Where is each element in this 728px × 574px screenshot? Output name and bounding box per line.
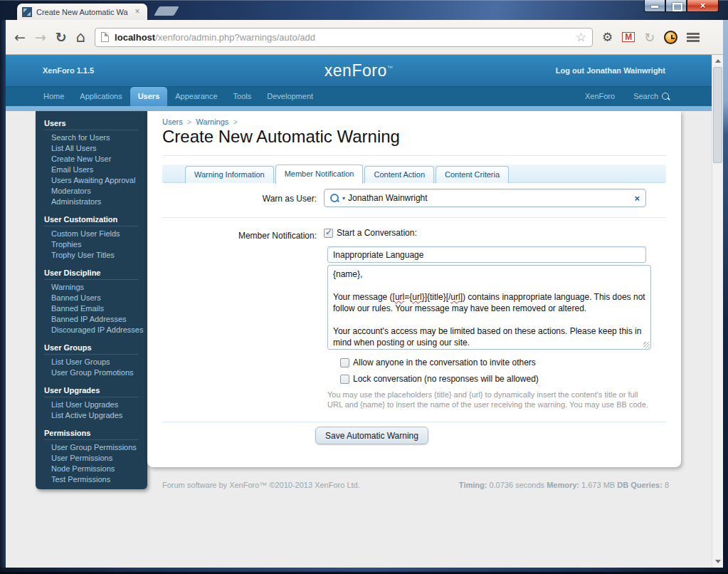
- sidebar-item-user-group-promotions[interactable]: User Group Promotions: [36, 367, 147, 378]
- tab-member-notification[interactable]: Member Notification: [275, 165, 364, 184]
- content-card: Users > Warnings > Create New Automatic …: [147, 111, 681, 467]
- sidebar-item-create-new-user[interactable]: Create New User: [36, 154, 147, 165]
- chevron-down-icon[interactable]: [342, 195, 345, 202]
- start-conversation-label: Start a Conversation:: [337, 228, 417, 238]
- warn-as-user-field[interactable]: Jonathan Wainwright: [324, 189, 646, 207]
- save-automatic-warning-button[interactable]: Save Automatic Warning: [315, 427, 428, 444]
- home-button[interactable]: [76, 29, 85, 45]
- conversation-title-input[interactable]: [327, 246, 646, 263]
- sidebar-item-node-permissions[interactable]: Node Permissions: [36, 464, 147, 474]
- sidebar-item-users-awaiting-approval[interactable]: Users Awaiting Approval: [36, 175, 147, 186]
- sidebar-item-trophy-user-titles[interactable]: Trophy User Titles: [36, 250, 147, 261]
- maximize-button[interactable]: [665, 0, 687, 12]
- lock-conversation-label: Lock conversation (no responses will be …: [353, 374, 539, 384]
- window-titlebar: Create New Automatic Wa: [0, 0, 728, 20]
- sidebar-item-trophies[interactable]: Trophies: [36, 239, 147, 250]
- page-viewport: XenForo 1.1.5 xenForo™ Log out Jonathan …: [6, 55, 712, 568]
- sidebar-item-administrators[interactable]: Administrators: [36, 197, 147, 207]
- url-path: /xenforo/admin.php?warnings/auto/add: [155, 32, 315, 43]
- warn-as-user-value: Jonathan Wainwright: [348, 193, 631, 203]
- page-icon: [101, 32, 109, 42]
- xenforo-logo: xenForo™: [325, 61, 393, 80]
- sidebar-item-list-all-users[interactable]: List All Users: [36, 143, 147, 154]
- gear-icon[interactable]: [602, 30, 613, 44]
- conversation-body-textarea[interactable]: {name}, Your message ([url={url}]{title}…: [327, 265, 651, 350]
- logout-link[interactable]: Log out Jonathan Wainwright: [556, 66, 665, 75]
- sidebar-heading-user-customization: User Customization: [44, 214, 139, 226]
- nav-item-users[interactable]: Users: [130, 87, 168, 106]
- search-link[interactable]: Search: [633, 87, 670, 106]
- browser-tab[interactable]: Create New Automatic Wa: [17, 4, 147, 20]
- accent-strip: [6, 106, 712, 111]
- nav-item-development[interactable]: Development: [259, 87, 321, 106]
- form-tabs: Warning Information Member Notification …: [162, 165, 666, 183]
- reload-button[interactable]: [56, 29, 67, 45]
- sidebar-item-moderators[interactable]: Moderators: [36, 186, 147, 197]
- footer-stats: Timing: 0.0736 seconds Memory: 1.673 MB …: [459, 481, 669, 489]
- sidebar: Users Search for Users List All Users Cr…: [36, 111, 147, 489]
- allow-invite-label: Allow anyone in the conversation to invi…: [353, 358, 536, 367]
- sidebar-item-list-user-groups[interactable]: List User Groups: [36, 357, 147, 367]
- admin-nav: Home Applications Users Appearance Tools…: [6, 87, 712, 106]
- nav-item-tools[interactable]: Tools: [226, 87, 260, 106]
- page-title: Create New Automatic Warning: [162, 127, 400, 147]
- sidebar-item-warnings[interactable]: Warnings: [36, 282, 147, 293]
- sidebar-heading-permissions: Permissions: [44, 428, 139, 440]
- back-button[interactable]: [14, 29, 26, 45]
- address-bar[interactable]: localhost/xenforo/admin.php?warnings/aut…: [95, 28, 593, 47]
- resize-handle-icon[interactable]: [643, 342, 650, 348]
- sync-icon[interactable]: [644, 30, 655, 45]
- menu-icon[interactable]: [687, 31, 700, 43]
- minimize-button[interactable]: [644, 0, 665, 12]
- title-divider: [162, 155, 666, 156]
- lock-conversation-row: Lock conversation (no responses will be …: [340, 374, 539, 384]
- scroll-up-icon[interactable]: [712, 55, 723, 66]
- tab-warning-information[interactable]: Warning Information: [185, 166, 274, 183]
- nav-item-home[interactable]: Home: [36, 87, 72, 106]
- sidebar-item-list-user-upgrades[interactable]: List User Upgrades: [36, 400, 147, 410]
- scrollbar-thumb[interactable]: [713, 67, 722, 163]
- gmail-icon[interactable]: [622, 32, 635, 42]
- sidebar-item-custom-user-fields[interactable]: Custom User Fields: [36, 229, 147, 239]
- sidebar-item-user-permissions[interactable]: User Permissions: [36, 453, 147, 464]
- sidebar-item-banned-users[interactable]: Banned Users: [36, 293, 147, 303]
- clock-icon[interactable]: [664, 31, 677, 44]
- breadcrumb-separator: >: [233, 118, 237, 126]
- start-conversation-checkbox[interactable]: [324, 229, 333, 238]
- forward-button[interactable]: [35, 29, 46, 45]
- nav-item-appearance[interactable]: Appearance: [167, 87, 225, 106]
- sidebar-item-banned-ip-addresses[interactable]: Banned IP Addresses: [36, 314, 147, 325]
- tab-close-icon[interactable]: [132, 7, 142, 17]
- sidebar-item-banned-emails[interactable]: Banned Emails: [36, 303, 147, 314]
- new-tab-button[interactable]: [154, 6, 179, 16]
- search-icon: [662, 93, 670, 101]
- allow-invite-checkbox[interactable]: [340, 358, 349, 367]
- nav-item-applications[interactable]: Applications: [72, 87, 130, 106]
- member-notification-label: Member Notification:: [162, 231, 317, 241]
- bookmark-star-icon[interactable]: [576, 31, 586, 43]
- site-link[interactable]: XenForo: [585, 87, 615, 106]
- breadcrumb-warnings[interactable]: Warnings: [196, 118, 228, 126]
- sidebar-item-search-for-users[interactable]: Search for Users: [36, 132, 147, 143]
- close-button[interactable]: [687, 0, 719, 12]
- clear-icon[interactable]: [634, 193, 640, 204]
- page-footer: Forum software by XenForo™ ©2010-2013 Xe…: [162, 481, 669, 489]
- sidebar-item-email-users[interactable]: Email Users: [36, 165, 147, 175]
- scroll-down-icon[interactable]: [712, 556, 723, 568]
- scrollbar[interactable]: [712, 55, 723, 568]
- admin-body: Users Search for Users List All Users Cr…: [6, 111, 712, 568]
- sidebar-item-list-active-upgrades[interactable]: List Active Upgrades: [36, 410, 147, 421]
- footer-copyright: Forum software by XenForo™ ©2010-2013 Xe…: [162, 481, 360, 489]
- sidebar-item-user-group-permissions[interactable]: User Group Permissions: [36, 442, 147, 453]
- tab-content-criteria[interactable]: Content Criteria: [436, 166, 509, 183]
- window-border-left: [0, 20, 6, 568]
- sidebar-item-discouraged-ip-addresses[interactable]: Discouraged IP Addresses: [36, 325, 147, 335]
- lock-conversation-checkbox[interactable]: [340, 375, 349, 384]
- tab-content-action[interactable]: Content Action: [364, 166, 434, 183]
- breadcrumb-users[interactable]: Users: [162, 118, 183, 126]
- sidebar-item-test-permissions[interactable]: Test Permissions: [36, 474, 147, 485]
- version-label: XenForo 1.1.5: [43, 66, 94, 75]
- sidebar-heading-user-groups: User Groups: [44, 343, 139, 355]
- breadcrumb-separator: >: [187, 118, 191, 126]
- sidebar-heading-user-discipline: User Discipline: [44, 268, 139, 280]
